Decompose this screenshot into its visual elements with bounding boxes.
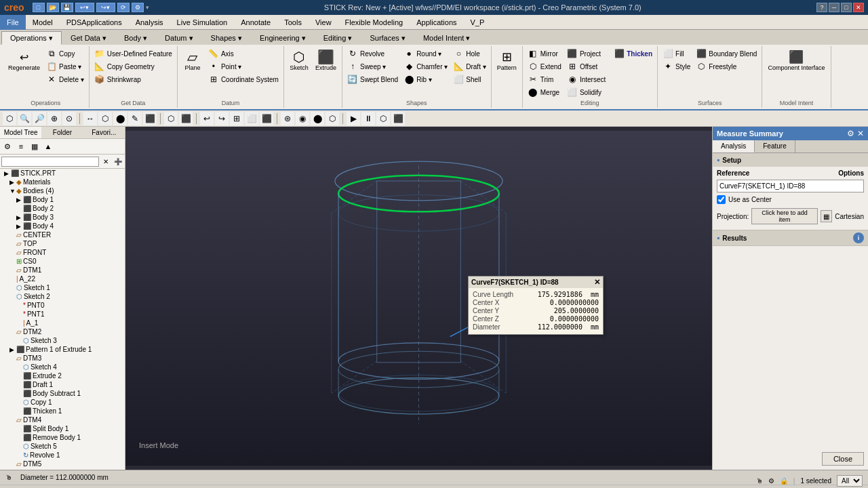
menu-item-file[interactable]: File [0, 15, 26, 30]
tree-search-clear[interactable]: ✕ [100, 156, 111, 167]
tb2-view4[interactable]: ✎ [128, 112, 142, 125]
tree-item-sketch1[interactable]: ⬡ Sketch 1 [0, 283, 125, 292]
btn-shell[interactable]: ⬜Shell [451, 73, 488, 85]
btn-trim[interactable]: ✂Trim [526, 73, 564, 85]
tree-item-materials[interactable]: ▶ ◆ Materials [0, 178, 125, 186]
viewport[interactable]: Insert Mode CurveF7(SKETCH_1) ID=88 ✕ Cu… [125, 127, 712, 470]
tree-item-top[interactable]: ▱ TOP [0, 239, 125, 248]
tree-item-sketch3[interactable]: ⬡ Sketch 3 [0, 336, 125, 345]
tab-getdata[interactable]: Get Data ▾ [62, 31, 115, 45]
tree-item-sketch4[interactable]: ⬡ Sketch 4 [0, 363, 125, 371]
sb2-filter-select[interactable]: All [837, 475, 863, 487]
lp-icon-grid[interactable]: ▦ [28, 140, 41, 152]
tab-surfaces[interactable]: Surfaces ▾ [361, 31, 414, 45]
tree-item-stickprt[interactable]: ▶ ⬛ STICK.PRT [0, 169, 125, 178]
btn-copygeo[interactable]: 📐Copy Geometry [92, 60, 174, 73]
tree-item-center[interactable]: ▱ CENTER [0, 230, 125, 239]
qa-regen[interactable]: ⟳ [117, 3, 130, 12]
menu-item-pds[interactable]: PDSApplications [60, 15, 129, 30]
tb2-r4[interactable]: ⬜ [245, 112, 258, 125]
tree-item-dtm2[interactable]: ▱ DTM2 [0, 327, 125, 336]
tree-item-body1[interactable]: ▶ ⬛ Body 1 [0, 195, 125, 204]
tree-item-sketch5[interactable]: ⬡ Sketch 5 [0, 442, 125, 451]
tree-item-a22[interactable]: | A_22 [0, 274, 125, 283]
tree-item-front[interactable]: ▱ FRONT [0, 248, 125, 257]
tree-item-bodies[interactable]: ▼ ◆ Bodies (4) [0, 186, 125, 195]
btn-intersect[interactable]: ◉Intersect [565, 73, 608, 85]
qa-settings[interactable]: ⚙ [132, 3, 144, 12]
qa-open[interactable]: 📂 [47, 3, 59, 12]
btn-revolve[interactable]: ↻Revolve [345, 47, 400, 60]
lp-icon-filter[interactable]: ▲ [42, 140, 54, 152]
rp-projection-icon1[interactable]: ▦ [821, 210, 832, 222]
tree-item-pnt0[interactable]: * PNT0 [0, 301, 125, 310]
rp-tab-feature[interactable]: Feature [755, 140, 795, 152]
btn-freestyle[interactable]: ⬡Freestyle [694, 60, 759, 73]
btn-sweep[interactable]: ↑Sweep ▾ [345, 60, 400, 73]
qa-new[interactable]: □ [33, 3, 45, 12]
btn-draft[interactable]: 📐Draft ▾ [451, 60, 488, 73]
btn-extrude[interactable]: ⬛ Extrude [313, 47, 339, 73]
tb2-display2[interactable]: ⬛ [179, 112, 193, 125]
tree-item-a1[interactable]: | A_1 [0, 319, 125, 327]
tree-item-dtm3[interactable]: ▱ DTM3 [0, 354, 125, 363]
menu-item-annotate[interactable]: Annotate [234, 15, 277, 30]
btn-plane[interactable]: ▱ Plane [180, 47, 205, 73]
tree-item-pnt1[interactable]: * PNT1 [0, 310, 125, 319]
btn-shrinkwrap[interactable]: 📦Shrinkwrap [92, 73, 174, 85]
tree-item-copy1[interactable]: ⬡ Copy 1 [0, 398, 125, 407]
tab-body[interactable]: Body ▾ [115, 31, 156, 45]
btn-delete[interactable]: ✕Delete ▾ [44, 73, 86, 85]
tree-item-removebody1[interactable]: ⬛ Remove Body 1 [0, 433, 125, 442]
tb2-view2[interactable]: ⬡ [98, 112, 112, 125]
tree-search-input[interactable] [1, 157, 99, 167]
tb2-display1[interactable]: ⬡ [164, 112, 178, 125]
tree-toggle-body1[interactable]: ▶ [16, 197, 23, 203]
tree-item-sketch2[interactable]: ⬡ Sketch 2 [0, 292, 125, 301]
btn-copy[interactable]: ⧉Copy [44, 47, 86, 60]
tb2-view3[interactable]: ⬤ [113, 112, 127, 125]
tb2-r2[interactable]: ↪ [215, 112, 229, 125]
rp-close-btn[interactable]: Close [822, 452, 864, 466]
tb2-view1[interactable]: ↔ [83, 112, 97, 125]
tree-toggle-body4[interactable]: ▶ [16, 223, 23, 230]
tb2-zoom-fit[interactable]: ⊕ [47, 112, 61, 125]
btn-sketch[interactable]: ⬡ Sketch [287, 47, 311, 73]
tree-item-body3[interactable]: ▶ ⬛ Body 3 [0, 213, 125, 222]
menu-item-applications[interactable]: Applications [410, 15, 463, 30]
btn-solidify[interactable]: ⬜Solidify [565, 86, 608, 98]
tree-item-cs0[interactable]: ⊞ CS0 [0, 257, 125, 266]
tree-item-pattern1[interactable]: ▶ ⬛ Pattern 1 of Extrude 1 [0, 345, 125, 354]
tb2-view5[interactable]: ⬛ [143, 112, 157, 125]
tab-shapes[interactable]: Shapes ▾ [202, 31, 251, 45]
btn-extend[interactable]: ⬡Extend [526, 60, 564, 73]
tree-item-revolve1[interactable]: ↻ Revolve 1 [0, 451, 125, 460]
btn-thicken[interactable]: ⬛Thicken [612, 47, 654, 60]
tree-toggle-bodies[interactable]: ▼ [9, 188, 16, 195]
tb2-pan[interactable]: ⊙ [62, 112, 76, 125]
menu-item-model[interactable]: Model [26, 15, 60, 30]
tree-search-add[interactable]: ➕ [113, 156, 123, 167]
btn-offset[interactable]: ⊞Offset [565, 60, 608, 73]
callout-close-icon[interactable]: ✕ [594, 278, 600, 287]
tb2-r9[interactable]: ⬡ [326, 112, 339, 125]
tree-item-body2[interactable]: ⬛ Body 2 [0, 204, 125, 213]
win-maximize[interactable]: □ [841, 3, 852, 12]
menu-item-analysis[interactable]: Analysis [129, 15, 170, 30]
menu-item-tools[interactable]: Tools [277, 15, 309, 30]
tb2-r1[interactable]: ↩ [200, 112, 214, 125]
tab-modelintent[interactable]: Model Intent ▾ [414, 31, 479, 45]
tree-item-extrude2[interactable]: ⬛ Extrude 2 [0, 371, 125, 380]
tree-item-thicken1[interactable]: ⬛ Thicken 1 [0, 407, 125, 415]
rp-projection-add-btn[interactable]: Click here to add item [751, 208, 818, 224]
win-close[interactable]: ✕ [853, 3, 864, 12]
qa-redo[interactable]: ↪▾ [96, 3, 115, 12]
tab-engineering[interactable]: Engineering ▾ [251, 31, 315, 45]
tree-toggle-materials[interactable]: ▶ [9, 179, 16, 186]
btn-coordsys[interactable]: ⊞Coordinate System [206, 73, 281, 85]
tree-item-draft1[interactable]: ⬛ Draft 1 [0, 380, 125, 389]
btn-paste[interactable]: 📋Paste ▾ [44, 60, 86, 73]
rp-close-icon[interactable]: ✕ [857, 129, 864, 138]
lp-tab-modeltree[interactable]: Model Tree [0, 127, 41, 138]
btn-merge[interactable]: ⬤Merge [526, 86, 564, 98]
